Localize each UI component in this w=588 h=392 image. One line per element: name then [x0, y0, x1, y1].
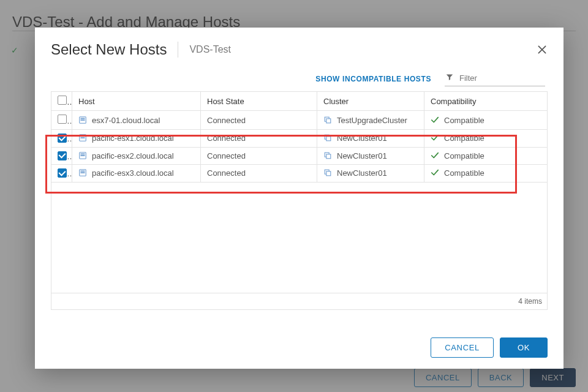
host-state: Connected	[207, 151, 246, 160]
svg-rect-11	[81, 153, 85, 154]
cluster-icon	[323, 168, 332, 177]
table-row[interactable]: pacific-esx1.cloud.localConnectedNewClus…	[51, 130, 548, 148]
compatibility: Compatible	[444, 151, 484, 160]
cluster-name: NewCluster01	[337, 168, 387, 178]
column-header-cluster[interactable]: Cluster	[317, 92, 424, 111]
select-new-hosts-dialog: Select New Hosts VDS-Test SHOW INCOMPATI…	[35, 28, 564, 369]
svg-rect-4	[326, 118, 331, 123]
row-checkbox[interactable]	[58, 168, 67, 178]
compatibility: Compatible	[444, 134, 484, 143]
cluster-name: NewCluster01	[337, 134, 387, 143]
table-row[interactable]: esx7-01.cloud.localConnectedTestUpgradeC…	[51, 111, 548, 130]
show-incompatible-hosts-link[interactable]: SHOW INCOMPATIBLE HOSTS	[315, 75, 431, 83]
svg-rect-14	[326, 154, 331, 159]
host-icon	[78, 151, 87, 160]
divider	[178, 42, 178, 58]
cancel-button[interactable]: CANCEL	[431, 337, 494, 358]
check-icon	[431, 134, 439, 142]
host-state: Connected	[207, 168, 246, 178]
filter-input[interactable]	[458, 73, 534, 83]
row-checkbox[interactable]	[58, 151, 67, 160]
svg-rect-12	[81, 155, 85, 156]
svg-rect-9	[326, 137, 331, 141]
hosts-table: Host Host State Cluster Compatibility es…	[51, 91, 548, 183]
column-header-state[interactable]: Host State	[201, 92, 317, 111]
svg-rect-17	[81, 172, 85, 173]
items-count: 4 items	[51, 293, 548, 310]
column-header-host[interactable]: Host	[72, 92, 201, 111]
host-state: Connected	[207, 134, 246, 143]
compatibility: Compatible	[444, 116, 484, 125]
filter-field[interactable]	[445, 72, 545, 86]
row-checkbox[interactable]	[58, 115, 67, 124]
host-icon	[78, 168, 87, 177]
host-icon	[78, 116, 87, 124]
cluster-icon	[323, 116, 332, 124]
host-name: pacific-esx3.cloud.local	[92, 168, 174, 178]
column-header-compatibility[interactable]: Compatibility	[424, 92, 548, 111]
cluster-name: TestUpgradeCluster	[337, 116, 407, 125]
filter-icon	[446, 74, 453, 83]
svg-rect-6	[81, 136, 85, 137]
host-name: esx7-01.cloud.local	[92, 116, 160, 125]
host-state: Connected	[207, 116, 246, 125]
dialog-title: Select New Hosts	[51, 41, 167, 58]
cluster-name: NewCluster01	[337, 151, 387, 160]
check-icon	[431, 116, 439, 124]
host-name: pacific-esx2.cloud.local	[92, 151, 174, 160]
close-icon[interactable]	[537, 44, 548, 55]
table-row[interactable]: pacific-esx3.cloud.localConnectedNewClus…	[51, 165, 548, 183]
table-empty-space	[51, 183, 548, 293]
ok-button[interactable]: OK	[500, 337, 548, 358]
row-checkbox[interactable]	[58, 134, 67, 143]
table-row[interactable]: pacific-esx2.cloud.localConnectedNewClus…	[51, 147, 548, 165]
select-all-checkbox[interactable]	[58, 96, 67, 105]
svg-rect-16	[81, 171, 85, 172]
cluster-icon	[323, 151, 332, 160]
cluster-icon	[323, 134, 332, 142]
check-icon	[431, 168, 439, 177]
host-icon	[78, 134, 87, 142]
check-icon	[431, 151, 439, 160]
host-name: pacific-esx1.cloud.local	[92, 134, 174, 143]
svg-rect-2	[81, 119, 85, 121]
svg-rect-7	[81, 137, 85, 138]
svg-rect-1	[81, 118, 85, 119]
compatibility: Compatible	[444, 168, 484, 178]
dialog-context: VDS-Test	[189, 44, 231, 55]
svg-rect-19	[326, 172, 331, 176]
